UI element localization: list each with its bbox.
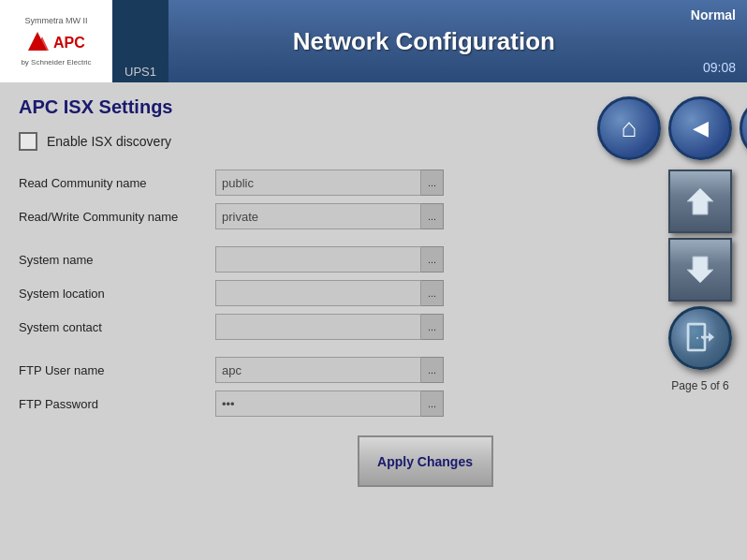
ftp-password-label: FTP Password xyxy=(19,397,215,411)
up-arrow-icon xyxy=(683,184,717,218)
system-contact-btn[interactable]: ... xyxy=(421,314,444,340)
system-location-input[interactable] xyxy=(215,280,421,306)
schneider-text: by Schneider Electric xyxy=(21,58,91,66)
svg-marker-9 xyxy=(709,332,714,342)
system-name-row: System name ... xyxy=(19,246,635,273)
enable-isx-label: Enable ISX discovery xyxy=(47,134,171,149)
read-community-row: Read Community name ... xyxy=(19,169,635,196)
svg-text:APC: APC xyxy=(53,35,85,51)
logo-area: Symmetra MW II APC by Schneider Electric xyxy=(0,0,112,82)
home-button[interactable] xyxy=(597,96,661,160)
right-panel: Page 5 of 6 xyxy=(653,82,747,560)
help-button[interactable] xyxy=(740,96,747,160)
down-button[interactable] xyxy=(668,238,732,302)
ftp-user-btn[interactable]: ... xyxy=(421,357,444,383)
down-arrow-icon xyxy=(683,253,717,287)
nav-row-top xyxy=(597,96,747,160)
exit-icon xyxy=(682,320,718,356)
status-badge: Normal xyxy=(691,7,736,22)
ftp-user-row: FTP User name ... xyxy=(19,357,635,383)
apply-btn-row: Apply Changes xyxy=(19,435,635,487)
page-title: APC ISX Settings xyxy=(19,96,635,118)
header: Symmetra MW II APC by Schneider Electric… xyxy=(0,0,747,82)
form-section: Read Community name ... Read/Write Commu… xyxy=(19,169,635,417)
svg-marker-5 xyxy=(687,257,713,283)
header-right: Normal 09:08 xyxy=(680,0,747,82)
enable-isx-row: Enable ISX discovery xyxy=(19,132,635,151)
enable-isx-checkbox[interactable] xyxy=(19,132,37,151)
apply-changes-button[interactable]: Apply Changes xyxy=(358,435,493,487)
ftp-password-btn[interactable]: ... xyxy=(421,391,444,417)
svg-rect-7 xyxy=(690,326,703,348)
read-write-community-label: Read/Write Community name xyxy=(19,210,215,224)
system-contact-row: System contact ... xyxy=(19,314,635,340)
svg-point-11 xyxy=(703,337,706,340)
read-community-input[interactable] xyxy=(215,169,421,196)
system-name-input-wrapper: ... xyxy=(215,246,444,273)
back-button[interactable] xyxy=(668,96,732,160)
system-name-btn[interactable]: ... xyxy=(421,246,444,273)
ftp-password-input-wrapper: ... xyxy=(215,391,444,417)
ftp-password-row: FTP Password ... xyxy=(19,391,635,417)
exit-button[interactable] xyxy=(668,306,732,370)
read-write-community-row: Read/Write Community name ... xyxy=(19,203,635,229)
system-contact-input[interactable] xyxy=(215,314,421,340)
ftp-user-label: FTP User name xyxy=(19,363,215,377)
read-community-input-wrapper: ... xyxy=(215,169,444,196)
main-content: APC ISX Settings Enable ISX discovery Re… xyxy=(0,82,747,560)
system-contact-label: System contact xyxy=(19,320,215,334)
system-contact-input-wrapper: ... xyxy=(215,314,444,340)
header-title-area: Network Configuration xyxy=(168,0,680,82)
page-indicator: Page 5 of 6 xyxy=(671,379,728,392)
header-title: Network Configuration xyxy=(293,27,555,56)
up-button[interactable] xyxy=(668,169,732,233)
left-panel: APC ISX Settings Enable ISX discovery Re… xyxy=(0,82,653,560)
apc-logo: APC xyxy=(23,27,89,55)
system-location-row: System location ... xyxy=(19,280,635,306)
system-name-label: System name xyxy=(19,253,215,267)
system-location-label: System location xyxy=(19,287,215,301)
ups-label: UPS1 xyxy=(112,0,168,82)
ftp-user-input-wrapper: ... xyxy=(215,357,444,383)
read-write-community-input[interactable] xyxy=(215,203,421,229)
svg-marker-4 xyxy=(687,188,713,214)
read-community-btn[interactable]: ... xyxy=(421,169,444,196)
logo-subtext: Symmetra MW II xyxy=(25,16,88,25)
ftp-password-input[interactable] xyxy=(215,391,421,417)
ftp-user-input[interactable] xyxy=(215,357,421,383)
read-community-label: Read Community name xyxy=(19,176,215,190)
system-location-input-wrapper: ... xyxy=(215,280,444,306)
system-name-input[interactable] xyxy=(215,246,421,273)
read-write-community-btn[interactable]: ... xyxy=(421,203,444,229)
system-location-btn[interactable]: ... xyxy=(421,280,444,306)
read-write-community-input-wrapper: ... xyxy=(215,203,444,229)
time-display: 09:08 xyxy=(703,60,736,75)
